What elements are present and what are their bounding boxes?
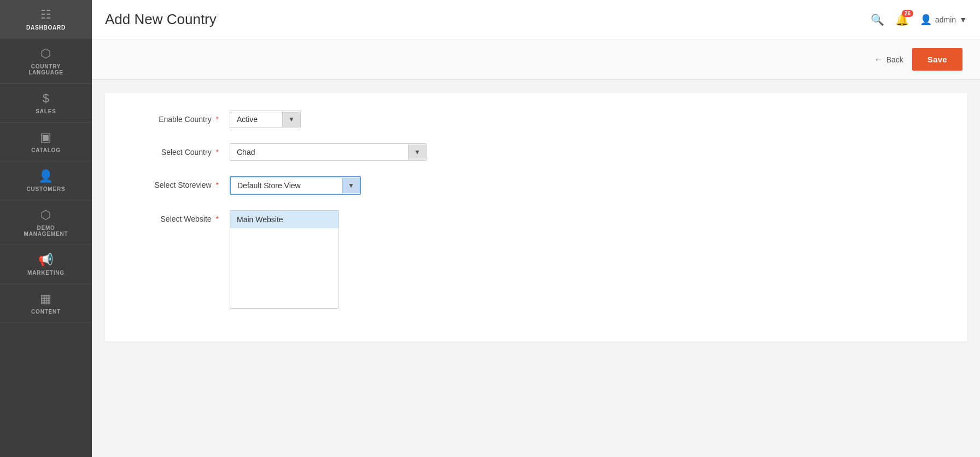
select-storeview-dropdown[interactable]: Default Store View ▼ — [230, 176, 361, 195]
content-area: ← Back Save Enable Country * Active ▼ — [92, 39, 980, 457]
select-country-input-wrapper: Chad ▼ — [230, 143, 941, 161]
user-menu[interactable]: 👤 admin ▼ — [920, 14, 967, 26]
sidebar-item-sales[interactable]: $ SALES — [0, 84, 92, 123]
content-icon: ▦ — [40, 292, 52, 306]
enable-country-dropdown[interactable]: Active ▼ — [230, 111, 301, 128]
back-label: Back — [886, 55, 903, 64]
demo-management-icon: ⬡ — [40, 208, 51, 222]
sidebar-item-content[interactable]: ▦ CONTENT — [0, 284, 92, 323]
sales-icon: $ — [43, 91, 50, 106]
main-container: Add New Country 🔍 🔔 26 👤 admin ▼ ← Back … — [92, 0, 980, 457]
sidebar-item-demo-management[interactable]: ⬡ DEMOMANAGEMENT — [0, 200, 92, 245]
form-container: Enable Country * Active ▼ Select Country… — [105, 93, 967, 342]
select-website-label: Select Website * — [131, 210, 230, 223]
select-country-dropdown[interactable]: Chad ▼ — [230, 143, 427, 161]
required-indicator: * — [216, 215, 219, 223]
sidebar-item-label: DEMOMANAGEMENT — [24, 225, 68, 237]
top-header: Add New Country 🔍 🔔 26 👤 admin ▼ — [92, 0, 980, 39]
enable-country-input-wrapper: Active ▼ — [230, 111, 941, 128]
sidebar-item-label: CONTENT — [31, 309, 61, 315]
header-actions: 🔍 🔔 26 👤 admin ▼ — [871, 13, 967, 26]
required-indicator: * — [216, 115, 219, 124]
select-website-list[interactable]: Main Website — [230, 210, 339, 309]
sidebar-item-label: CATALOG — [31, 147, 61, 153]
sidebar: ☷ DASHBOARD ⬡ COUNTRYLANGUAGE $ SALES ▣ … — [0, 0, 92, 457]
marketing-icon: 📢 — [38, 253, 54, 267]
select-website-row: Select Website * Main Website — [131, 210, 941, 309]
select-storeview-value: Default Store View — [231, 177, 342, 194]
sidebar-item-dashboard[interactable]: ☷ DASHBOARD — [0, 0, 92, 39]
sidebar-item-marketing[interactable]: 📢 MARKETING — [0, 245, 92, 284]
select-storeview-dropdown-arrow[interactable]: ▼ — [342, 178, 360, 193]
sidebar-item-label: DASHBOARD — [26, 25, 66, 31]
sidebar-item-country-language[interactable]: ⬡ COUNTRYLANGUAGE — [0, 39, 92, 84]
notification-badge: 26 — [902, 10, 913, 17]
user-name: admin — [935, 15, 956, 24]
select-country-row: Select Country * Chad ▼ — [131, 143, 941, 161]
select-country-label: Select Country * — [131, 143, 230, 157]
catalog-icon: ▣ — [40, 130, 52, 144]
select-country-dropdown-arrow[interactable]: ▼ — [408, 144, 426, 160]
website-option-main[interactable]: Main Website — [230, 211, 339, 228]
back-arrow-icon: ← — [874, 55, 883, 65]
enable-country-value: Active — [230, 111, 282, 128]
save-button[interactable]: Save — [912, 48, 962, 71]
action-bar: ← Back Save — [92, 39, 980, 80]
user-menu-chevron-icon: ▼ — [959, 15, 967, 24]
search-icon[interactable]: 🔍 — [871, 13, 884, 26]
country-language-icon: ⬡ — [40, 47, 51, 61]
customers-icon: 👤 — [38, 169, 54, 183]
dashboard-icon: ☷ — [40, 8, 52, 22]
user-avatar-icon: 👤 — [920, 14, 932, 26]
sidebar-item-catalog[interactable]: ▣ CATALOG — [0, 123, 92, 161]
enable-country-label: Enable Country * — [131, 111, 230, 124]
sidebar-item-label: COUNTRYLANGUAGE — [28, 63, 63, 76]
required-indicator: * — [216, 181, 219, 189]
select-storeview-input-wrapper: Default Store View ▼ — [230, 176, 941, 195]
sidebar-item-label: MARKETING — [27, 270, 65, 276]
sidebar-item-customers[interactable]: 👤 CUSTOMERS — [0, 161, 92, 200]
enable-country-dropdown-arrow[interactable]: ▼ — [282, 112, 300, 127]
enable-country-row: Enable Country * Active ▼ — [131, 111, 941, 128]
notification-bell[interactable]: 🔔 26 — [895, 13, 909, 26]
select-website-input-wrapper: Main Website — [230, 210, 941, 309]
select-country-value: Chad — [230, 144, 408, 160]
required-indicator: * — [216, 148, 219, 157]
back-button[interactable]: ← Back — [874, 55, 903, 65]
select-storeview-row: Select Storeview * Default Store View ▼ — [131, 176, 941, 195]
select-storeview-label: Select Storeview * — [131, 176, 230, 189]
page-title: Add New Country — [105, 11, 217, 28]
sidebar-item-label: SALES — [36, 108, 56, 114]
sidebar-item-label: CUSTOMERS — [27, 186, 66, 192]
